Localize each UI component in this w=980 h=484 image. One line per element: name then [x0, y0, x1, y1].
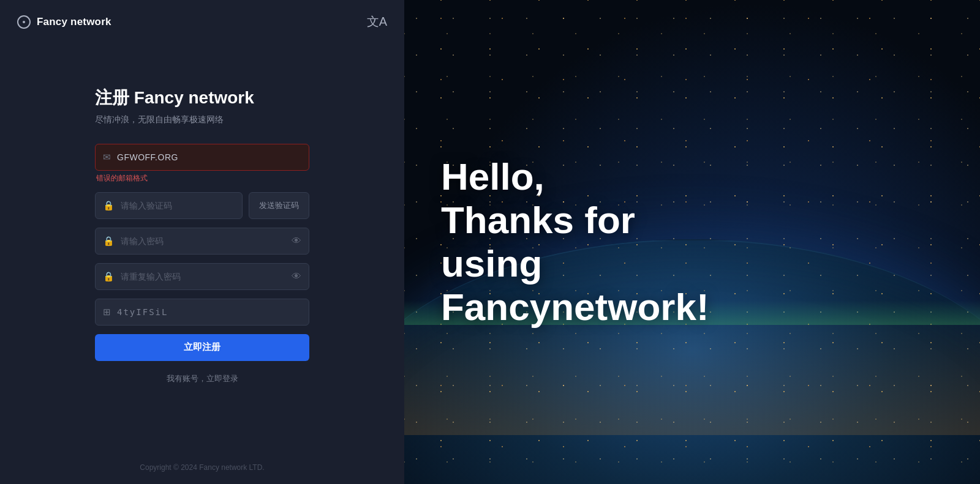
email-error: 错误的邮箱格式: [96, 173, 309, 184]
verify-input-wrap: 🔒: [95, 192, 243, 219]
hero-line4: Fancynetwork!: [441, 286, 709, 329]
eye-icon-password[interactable]: 👁: [292, 236, 301, 247]
verify-input[interactable]: [121, 201, 235, 210]
hero-line2: Thanks for: [441, 199, 635, 241]
copyright: Copyright © 2024 Fancy network LTD.: [0, 451, 404, 484]
form-title: 注册 Fancy network: [95, 86, 309, 110]
confirm-password-input[interactable]: [121, 272, 292, 281]
hero-line3: using: [441, 243, 542, 285]
hero-heading: Hello, Thanks for using Fancynetwork!: [441, 155, 709, 329]
confirm-input-row: 🔒 👁: [95, 263, 309, 290]
password-field-group: 🔒 👁: [95, 228, 309, 255]
captcha-row: ⊞ 4tyIFSiL: [95, 299, 309, 326]
login-link-text[interactable]: 我有账号，立即登录: [167, 374, 238, 383]
captcha-value: 4tyIFSiL: [117, 307, 168, 317]
lock-icon-confirm: 🔒: [103, 271, 115, 282]
email-field-group: ✉ 错误的邮箱格式: [95, 144, 309, 184]
hero-line1: Hello,: [441, 155, 545, 198]
verify-row: 🔒 发送验证码: [95, 192, 309, 219]
captcha-icon: ⊞: [103, 307, 111, 318]
email-input[interactable]: [117, 152, 301, 162]
logo-icon: [17, 15, 31, 29]
eye-icon-confirm[interactable]: 👁: [292, 271, 301, 282]
email-input-row: ✉: [95, 144, 309, 171]
password-input[interactable]: [121, 236, 292, 246]
password-input-row: 🔒 👁: [95, 228, 309, 255]
earth-glow: [404, 313, 980, 435]
lock-icon-verify: 🔒: [103, 200, 115, 211]
send-verify-button[interactable]: 发送验证码: [249, 192, 309, 219]
login-link[interactable]: 我有账号，立即登录: [95, 373, 309, 384]
form-subtitle: 尽情冲浪，无限自由畅享极速网络: [95, 114, 309, 125]
form-container: 注册 Fancy network 尽情冲浪，无限自由畅享极速网络 ✉ 错误的邮箱…: [0, 19, 404, 451]
left-panel: Fancy network 文A 注册 Fancy network 尽情冲浪，无…: [0, 0, 404, 484]
lock-icon-password: 🔒: [103, 236, 115, 247]
confirm-password-field-group: 🔒 👁: [95, 263, 309, 290]
email-icon: ✉: [103, 152, 111, 163]
right-panel: Hello, Thanks for using Fancynetwork!: [404, 0, 980, 484]
submit-button[interactable]: 立即注册: [95, 334, 309, 361]
hero-text: Hello, Thanks for using Fancynetwork!: [441, 155, 709, 329]
